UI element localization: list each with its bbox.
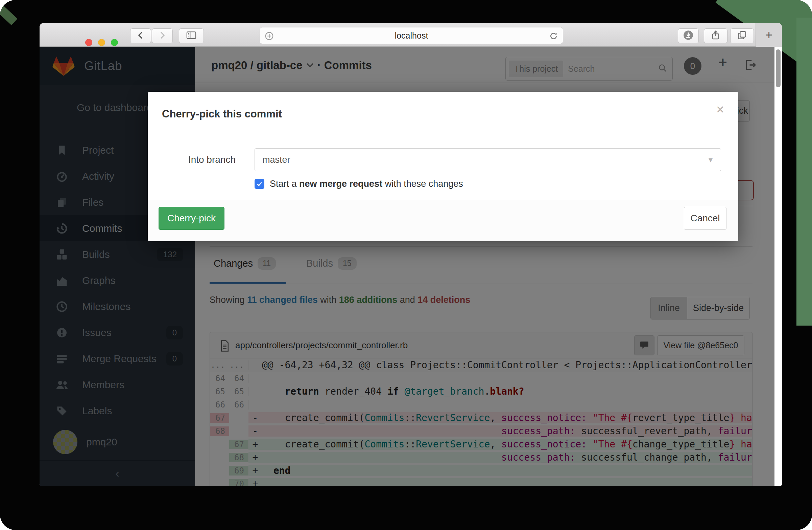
- minimize-window-button[interactable]: [98, 39, 105, 46]
- checkbox-check-icon: [256, 181, 263, 187]
- modal-title: Cherry-pick this commit: [162, 108, 282, 120]
- plus-icon: +: [765, 28, 772, 42]
- back-button[interactable]: [130, 28, 151, 43]
- forward-icon: [158, 31, 166, 41]
- refresh-icon[interactable]: [549, 31, 558, 42]
- browser-toolbar: localhost +: [40, 23, 782, 47]
- branch-value: master: [262, 155, 709, 165]
- wallpaper-sliver-top-left: [0, 3, 17, 25]
- forward-button[interactable]: [152, 28, 173, 43]
- address-bar[interactable]: localhost: [260, 27, 563, 44]
- close-window-button[interactable]: [85, 39, 92, 46]
- back-icon: [136, 31, 145, 41]
- sidebar-toggle-button[interactable]: [179, 28, 204, 43]
- show-tabs-button[interactable]: [730, 28, 754, 43]
- downloads-button[interactable]: [678, 28, 699, 43]
- modal-footer: Cherry-pick Cancel: [148, 200, 738, 241]
- branch-label: Into branch: [148, 154, 236, 165]
- scrollbar-track: [774, 47, 782, 486]
- close-icon[interactable]: ×: [716, 102, 724, 116]
- modal-body: Into branch master ▾ Start a new merge r…: [148, 138, 738, 200]
- tabs-icon: [737, 30, 747, 42]
- wallpaper-strip-right: [796, 18, 812, 325]
- share-button[interactable]: [704, 28, 727, 43]
- url-text: localhost: [395, 31, 428, 41]
- zoom-window-button[interactable]: [111, 39, 118, 46]
- sidebar-toggle-icon: [186, 31, 197, 41]
- cherry-pick-confirm-button[interactable]: Cherry-pick: [159, 207, 224, 230]
- select-caret-icon: ▾: [709, 155, 713, 165]
- merge-request-checkbox[interactable]: [255, 179, 264, 189]
- screenshot-stage: localhost +: [0, 0, 812, 530]
- merge-request-option: Start a new merge request with these cha…: [255, 179, 463, 189]
- cherry-pick-modal: Cherry-pick this commit × Into branch ma…: [148, 92, 738, 241]
- screen-frame: localhost +: [0, 0, 812, 530]
- download-icon: [683, 30, 694, 42]
- scrollbar[interactable]: [776, 50, 781, 87]
- circle-plus-icon[interactable]: [265, 31, 274, 42]
- safari-window: localhost +: [40, 23, 782, 486]
- checkbox-label: Start a new merge request with these cha…: [270, 179, 463, 189]
- branch-select[interactable]: master ▾: [255, 148, 721, 171]
- share-icon: [711, 30, 720, 42]
- cancel-button[interactable]: Cancel: [684, 207, 726, 230]
- modal-header: Cherry-pick this commit ×: [148, 92, 738, 138]
- new-tab-button[interactable]: +: [756, 23, 782, 47]
